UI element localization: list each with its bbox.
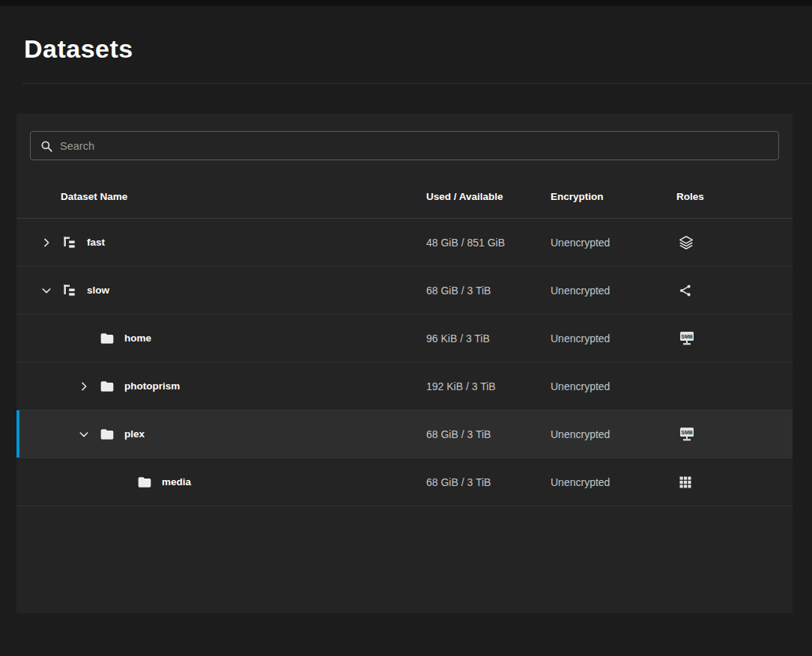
dataset-icon xyxy=(62,283,80,298)
datasets-card: Dataset Name Used / Available Encryption… xyxy=(16,114,793,613)
roles-cell xyxy=(676,234,793,251)
folder-icon xyxy=(100,427,118,442)
encryption-value: Unencrypted xyxy=(551,285,676,297)
dataset-name: home xyxy=(124,332,151,344)
dataset-table-body: fast48 GiB / 851 GiBUnencryptedslow68 Gi… xyxy=(16,219,793,506)
smb-share-icon: SMB xyxy=(678,425,696,443)
used-available-value: 68 GiB / 3 TiB xyxy=(426,476,551,488)
dataset-row-photoprism[interactable]: photoprism192 KiB / 3 TiBUnencrypted xyxy=(16,362,793,410)
svg-text:SMB: SMB xyxy=(681,333,693,338)
encryption-value: Unencrypted xyxy=(551,428,676,440)
top-strip xyxy=(0,0,812,6)
encryption-value: Unencrypted xyxy=(551,476,676,488)
share-icon xyxy=(678,283,693,298)
chevron-down-icon[interactable] xyxy=(75,425,93,443)
chevron-right-icon[interactable] xyxy=(75,377,93,395)
dataset-name: plex xyxy=(124,428,145,440)
search-input[interactable] xyxy=(60,140,769,152)
title-divider xyxy=(22,83,812,84)
folder-icon xyxy=(137,475,155,490)
smb-share-icon: SMB xyxy=(678,329,696,347)
chevron-right-icon[interactable] xyxy=(37,234,55,252)
roles-cell xyxy=(676,475,793,490)
apps-grid-icon xyxy=(678,475,693,490)
roles-cell: SMB xyxy=(676,425,793,443)
expander-spacer xyxy=(75,329,93,347)
page-title: Datasets xyxy=(24,34,812,64)
column-header-used-available: Used / Available xyxy=(426,191,551,202)
dataset-icon xyxy=(62,235,80,250)
svg-text:SMB: SMB xyxy=(681,429,693,434)
search-icon xyxy=(40,139,53,153)
used-available-value: 68 GiB / 3 TiB xyxy=(426,428,551,440)
dataset-name: photoprism xyxy=(124,380,180,392)
table-header: Dataset Name Used / Available Encryption… xyxy=(16,160,793,219)
dataset-name: media xyxy=(162,476,191,488)
chevron-down-icon[interactable] xyxy=(37,282,55,300)
dataset-name: fast xyxy=(87,237,105,248)
encryption-value: Unencrypted xyxy=(551,237,676,249)
search-section xyxy=(16,114,793,160)
used-available-value: 68 GiB / 3 TiB xyxy=(426,285,551,297)
encryption-value: Unencrypted xyxy=(551,380,676,392)
dataset-row-fast[interactable]: fast48 GiB / 851 GiBUnencrypted xyxy=(16,219,793,267)
encryption-value: Unencrypted xyxy=(551,332,676,344)
folder-icon xyxy=(100,379,118,394)
dataset-row-plex[interactable]: plex68 GiB / 3 TiBUnencryptedSMB xyxy=(16,410,793,458)
dataset-row-home[interactable]: home96 KiB / 3 TiBUnencryptedSMB xyxy=(16,315,793,362)
search-box[interactable] xyxy=(30,131,779,160)
column-header-roles: Roles xyxy=(676,191,793,202)
roles-cell xyxy=(676,283,793,298)
dataset-row-media[interactable]: media68 GiB / 3 TiBUnencrypted xyxy=(16,458,793,506)
dataset-row-slow[interactable]: slow68 GiB / 3 TiBUnencrypted xyxy=(16,267,793,315)
used-available-value: 192 KiB / 3 TiB xyxy=(426,380,551,392)
used-available-value: 96 KiB / 3 TiB xyxy=(426,332,551,344)
layers-icon xyxy=(678,234,694,251)
column-header-dataset-name: Dataset Name xyxy=(16,191,426,202)
expander-spacer xyxy=(112,473,130,491)
column-header-encryption: Encryption xyxy=(551,191,676,202)
folder-icon xyxy=(100,331,118,346)
dataset-name: slow xyxy=(87,285,109,296)
roles-cell: SMB xyxy=(676,329,793,347)
used-available-value: 48 GiB / 851 GiB xyxy=(426,237,551,249)
